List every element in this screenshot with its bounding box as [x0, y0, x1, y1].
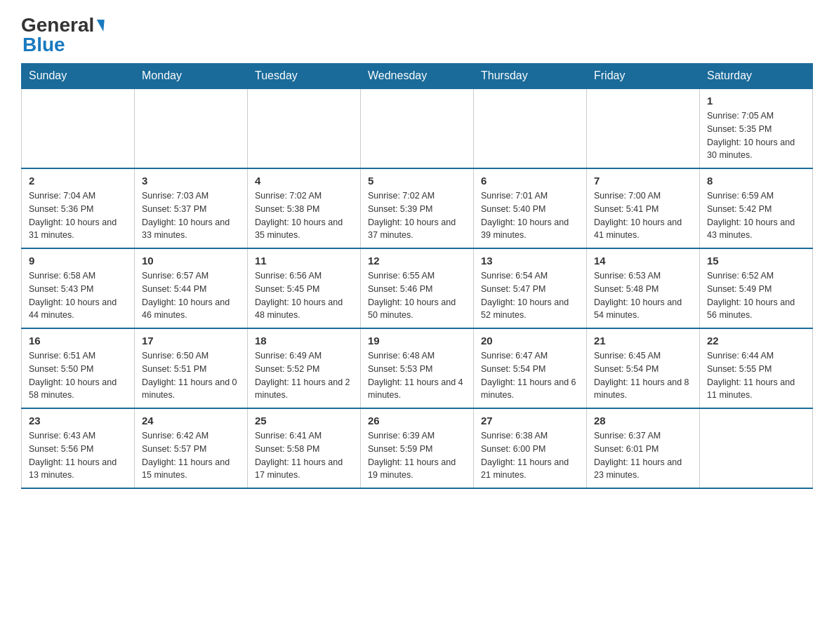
- day-info: Sunrise: 6:43 AM Sunset: 5:56 PM Dayligh…: [29, 429, 127, 482]
- calendar-cell: 5Sunrise: 7:02 AM Sunset: 5:39 PM Daylig…: [361, 168, 474, 248]
- calendar-cell: 21Sunrise: 6:45 AM Sunset: 5:54 PM Dayli…: [587, 328, 700, 408]
- day-info: Sunrise: 6:57 AM Sunset: 5:44 PM Dayligh…: [142, 269, 240, 322]
- day-info: Sunrise: 7:04 AM Sunset: 5:36 PM Dayligh…: [29, 189, 127, 242]
- calendar-cell: 22Sunrise: 6:44 AM Sunset: 5:55 PM Dayli…: [700, 328, 813, 408]
- day-info: Sunrise: 6:55 AM Sunset: 5:46 PM Dayligh…: [368, 269, 466, 322]
- calendar-cell: 25Sunrise: 6:41 AM Sunset: 5:58 PM Dayli…: [248, 408, 361, 488]
- day-number: 2: [29, 175, 127, 187]
- page-header: General Blue: [21, 14, 813, 56]
- day-number: 13: [481, 255, 579, 267]
- day-info: Sunrise: 6:51 AM Sunset: 5:50 PM Dayligh…: [29, 349, 127, 402]
- calendar-cell: 11Sunrise: 6:56 AM Sunset: 5:45 PM Dayli…: [248, 248, 361, 328]
- calendar-header-sunday: Sunday: [22, 64, 135, 89]
- day-info: Sunrise: 6:44 AM Sunset: 5:55 PM Dayligh…: [707, 349, 805, 402]
- day-number: 12: [368, 255, 466, 267]
- day-number: 27: [481, 415, 579, 427]
- calendar-cell: 18Sunrise: 6:49 AM Sunset: 5:52 PM Dayli…: [248, 328, 361, 408]
- calendar-cell: 4Sunrise: 7:02 AM Sunset: 5:38 PM Daylig…: [248, 168, 361, 248]
- day-info: Sunrise: 6:41 AM Sunset: 5:58 PM Dayligh…: [255, 429, 353, 482]
- day-number: 6: [481, 175, 579, 187]
- calendar-cell: [248, 88, 361, 168]
- day-number: 4: [255, 175, 353, 187]
- day-info: Sunrise: 6:45 AM Sunset: 5:54 PM Dayligh…: [594, 349, 692, 402]
- calendar-week-row: 23Sunrise: 6:43 AM Sunset: 5:56 PM Dayli…: [22, 408, 813, 488]
- calendar-header-thursday: Thursday: [474, 64, 587, 89]
- day-number: 16: [29, 335, 127, 347]
- calendar-cell: [587, 88, 700, 168]
- day-number: 10: [142, 255, 240, 267]
- calendar-cell: 9Sunrise: 6:58 AM Sunset: 5:43 PM Daylig…: [22, 248, 135, 328]
- day-info: Sunrise: 7:02 AM Sunset: 5:38 PM Dayligh…: [255, 189, 353, 242]
- day-info: Sunrise: 7:02 AM Sunset: 5:39 PM Dayligh…: [368, 189, 466, 242]
- calendar-header-wednesday: Wednesday: [361, 64, 474, 89]
- day-number: 15: [707, 255, 805, 267]
- calendar-header-row: SundayMondayTuesdayWednesdayThursdayFrid…: [22, 64, 813, 89]
- calendar-cell: 28Sunrise: 6:37 AM Sunset: 6:01 PM Dayli…: [587, 408, 700, 488]
- calendar-cell: 6Sunrise: 7:01 AM Sunset: 5:40 PM Daylig…: [474, 168, 587, 248]
- day-info: Sunrise: 6:49 AM Sunset: 5:52 PM Dayligh…: [255, 349, 353, 402]
- calendar-cell: 23Sunrise: 6:43 AM Sunset: 5:56 PM Dayli…: [22, 408, 135, 488]
- calendar-cell: 10Sunrise: 6:57 AM Sunset: 5:44 PM Dayli…: [135, 248, 248, 328]
- calendar-cell: 15Sunrise: 6:52 AM Sunset: 5:49 PM Dayli…: [700, 248, 813, 328]
- day-info: Sunrise: 6:52 AM Sunset: 5:49 PM Dayligh…: [707, 269, 805, 322]
- day-number: 14: [594, 255, 692, 267]
- day-info: Sunrise: 6:38 AM Sunset: 6:00 PM Dayligh…: [481, 429, 579, 482]
- day-info: Sunrise: 6:42 AM Sunset: 5:57 PM Dayligh…: [142, 429, 240, 482]
- calendar-week-row: 16Sunrise: 6:51 AM Sunset: 5:50 PM Dayli…: [22, 328, 813, 408]
- logo-triangle-icon: [96, 20, 105, 32]
- day-info: Sunrise: 6:47 AM Sunset: 5:54 PM Dayligh…: [481, 349, 579, 402]
- calendar-cell: 19Sunrise: 6:48 AM Sunset: 5:53 PM Dayli…: [361, 328, 474, 408]
- calendar-cell: 12Sunrise: 6:55 AM Sunset: 5:46 PM Dayli…: [361, 248, 474, 328]
- day-number: 26: [368, 415, 466, 427]
- calendar-cell: 3Sunrise: 7:03 AM Sunset: 5:37 PM Daylig…: [135, 168, 248, 248]
- day-number: 7: [594, 175, 692, 187]
- day-info: Sunrise: 7:05 AM Sunset: 5:35 PM Dayligh…: [707, 109, 805, 162]
- day-number: 28: [594, 415, 692, 427]
- calendar-cell: [135, 88, 248, 168]
- calendar-cell: [22, 88, 135, 168]
- day-info: Sunrise: 6:37 AM Sunset: 6:01 PM Dayligh…: [594, 429, 692, 482]
- day-info: Sunrise: 6:59 AM Sunset: 5:42 PM Dayligh…: [707, 189, 805, 242]
- day-number: 24: [142, 415, 240, 427]
- calendar-cell: 24Sunrise: 6:42 AM Sunset: 5:57 PM Dayli…: [135, 408, 248, 488]
- calendar-week-row: 9Sunrise: 6:58 AM Sunset: 5:43 PM Daylig…: [22, 248, 813, 328]
- day-number: 3: [142, 175, 240, 187]
- day-number: 11: [255, 255, 353, 267]
- day-info: Sunrise: 6:56 AM Sunset: 5:45 PM Dayligh…: [255, 269, 353, 322]
- day-number: 1: [707, 95, 805, 107]
- calendar-cell: 13Sunrise: 6:54 AM Sunset: 5:47 PM Dayli…: [474, 248, 587, 328]
- day-number: 17: [142, 335, 240, 347]
- calendar-week-row: 1Sunrise: 7:05 AM Sunset: 5:35 PM Daylig…: [22, 88, 813, 168]
- calendar-cell: 2Sunrise: 7:04 AM Sunset: 5:36 PM Daylig…: [22, 168, 135, 248]
- calendar-cell: 16Sunrise: 6:51 AM Sunset: 5:50 PM Dayli…: [22, 328, 135, 408]
- calendar-header-monday: Monday: [135, 64, 248, 89]
- calendar-header-tuesday: Tuesday: [248, 64, 361, 89]
- calendar-cell: [474, 88, 587, 168]
- day-number: 8: [707, 175, 805, 187]
- day-number: 20: [481, 335, 579, 347]
- logo-blue-text: Blue: [22, 34, 65, 56]
- day-info: Sunrise: 6:50 AM Sunset: 5:51 PM Dayligh…: [142, 349, 240, 402]
- day-info: Sunrise: 6:54 AM Sunset: 5:47 PM Dayligh…: [481, 269, 579, 322]
- day-info: Sunrise: 6:53 AM Sunset: 5:48 PM Dayligh…: [594, 269, 692, 322]
- day-info: Sunrise: 7:03 AM Sunset: 5:37 PM Dayligh…: [142, 189, 240, 242]
- day-number: 21: [594, 335, 692, 347]
- day-number: 23: [29, 415, 127, 427]
- day-info: Sunrise: 6:39 AM Sunset: 5:59 PM Dayligh…: [368, 429, 466, 482]
- day-info: Sunrise: 7:00 AM Sunset: 5:41 PM Dayligh…: [594, 189, 692, 242]
- calendar-header-saturday: Saturday: [700, 64, 813, 89]
- calendar-cell: 26Sunrise: 6:39 AM Sunset: 5:59 PM Dayli…: [361, 408, 474, 488]
- day-info: Sunrise: 6:58 AM Sunset: 5:43 PM Dayligh…: [29, 269, 127, 322]
- calendar-cell: 27Sunrise: 6:38 AM Sunset: 6:00 PM Dayli…: [474, 408, 587, 488]
- day-number: 19: [368, 335, 466, 347]
- calendar-cell: 8Sunrise: 6:59 AM Sunset: 5:42 PM Daylig…: [700, 168, 813, 248]
- logo: General Blue: [21, 14, 105, 56]
- calendar-table: SundayMondayTuesdayWednesdayThursdayFrid…: [21, 63, 813, 489]
- calendar-cell: 20Sunrise: 6:47 AM Sunset: 5:54 PM Dayli…: [474, 328, 587, 408]
- calendar-cell: 14Sunrise: 6:53 AM Sunset: 5:48 PM Dayli…: [587, 248, 700, 328]
- day-number: 25: [255, 415, 353, 427]
- calendar-week-row: 2Sunrise: 7:04 AM Sunset: 5:36 PM Daylig…: [22, 168, 813, 248]
- day-number: 18: [255, 335, 353, 347]
- calendar-cell: 1Sunrise: 7:05 AM Sunset: 5:35 PM Daylig…: [700, 88, 813, 168]
- calendar-cell: 17Sunrise: 6:50 AM Sunset: 5:51 PM Dayli…: [135, 328, 248, 408]
